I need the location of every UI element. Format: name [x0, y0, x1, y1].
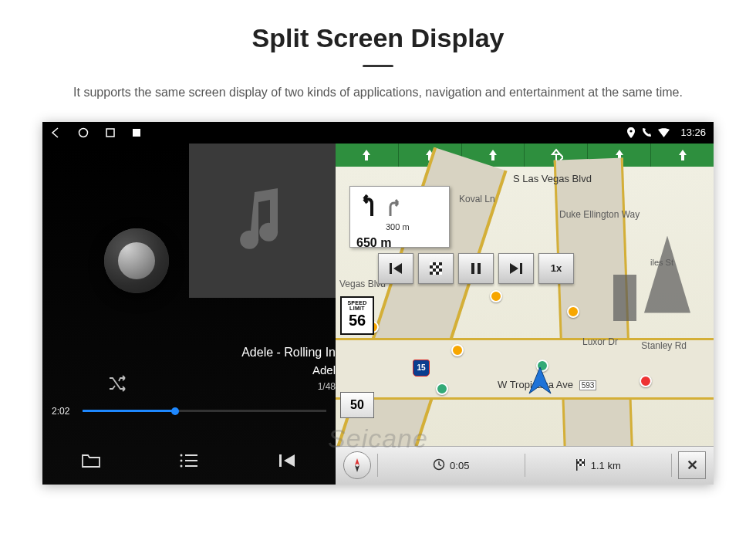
street-label: Duke Ellington Way [559, 209, 640, 220]
sim-speed-button[interactable]: 1x [538, 253, 574, 284]
street-label: S Las Vegas Blvd [513, 173, 592, 184]
svg-rect-27 [582, 459, 584, 461]
building-3d [613, 275, 636, 321]
title-underline [363, 65, 393, 67]
svg-rect-2 [133, 129, 140, 137]
navigation-pane: S Las Vegas Blvd Koval Ln Duke Ellington… [336, 144, 714, 485]
svg-point-6 [181, 459, 183, 461]
speed-limit-value: 56 [342, 312, 373, 328]
svg-rect-19 [433, 272, 436, 275]
building-3d [644, 236, 690, 313]
eta-value: 0:05 [450, 460, 469, 471]
remaining-distance-display: 1.1 km [532, 458, 666, 473]
page-subtitle: It supports the same screen display of t… [23, 83, 733, 103]
svg-rect-15 [433, 265, 436, 268]
sim-pause-button[interactable] [458, 253, 494, 284]
phone-icon [642, 127, 652, 137]
lane-arrow [651, 144, 714, 167]
track-title: Adele - Rolling In [241, 346, 336, 360]
svg-point-4 [181, 454, 183, 456]
svg-rect-23 [520, 263, 522, 274]
remaining-distance-value: 1.1 km [591, 460, 621, 471]
turn-instruction-panel: 300 m 650 m [349, 186, 450, 248]
sim-prev-button[interactable] [378, 253, 413, 284]
svg-rect-20 [439, 272, 442, 275]
clock-icon [433, 458, 445, 473]
secondary-distance: 300 m [386, 222, 443, 231]
sim-controls: 1x [378, 253, 574, 284]
svg-rect-18 [436, 268, 439, 272]
svg-point-0 [79, 128, 88, 137]
elapsed-time: 2:02 [52, 406, 75, 417]
sim-next-button[interactable] [498, 253, 534, 284]
svg-rect-9 [185, 465, 197, 467]
svg-rect-21 [471, 263, 474, 274]
recent-apps-icon[interactable] [106, 127, 115, 138]
previous-button[interactable] [238, 437, 336, 485]
album-art-placeholder [189, 144, 336, 298]
street-label: Luxor Dr [582, 336, 618, 347]
lane-arrow [336, 144, 399, 167]
music-player-pane: Adele - Rolling In Adel 1/48 2:02 [42, 144, 336, 485]
distance-marker: 50 [340, 392, 374, 418]
compass-button[interactable] [343, 451, 371, 479]
nav-bottom-bar: 0:05 1.1 km ✕ [336, 446, 714, 485]
svg-point-3 [630, 130, 633, 132]
street-label: E Reno Ave [712, 286, 714, 331]
street-label: Koval Ln [459, 194, 495, 204]
speed-limit-label: SPEED LIMIT [342, 300, 373, 311]
svg-rect-31 [576, 459, 578, 471]
track-artist: Adel [312, 363, 336, 377]
svg-point-8 [181, 464, 183, 467]
svg-rect-22 [478, 263, 481, 274]
music-note-icon [235, 184, 289, 257]
svg-rect-16 [439, 265, 442, 268]
location-icon [626, 127, 636, 138]
map-canvas[interactable]: S Las Vegas Blvd Koval Ln Duke Ellington… [336, 167, 714, 446]
road [554, 157, 635, 484]
lane-guidance-bar [336, 144, 714, 167]
track-index: 1/48 [318, 381, 336, 392]
svg-rect-13 [430, 262, 433, 265]
svg-rect-30 [582, 464, 584, 466]
back-icon[interactable] [50, 127, 61, 138]
eta-display: 0:05 [384, 458, 518, 473]
svg-rect-14 [436, 262, 439, 265]
seek-bar[interactable] [83, 410, 326, 412]
device-screenshot: 13:26 Adele - Rolling In Adel 1/48 [42, 122, 714, 485]
clock-text: 13:26 [680, 127, 706, 138]
turn-left-icon [356, 191, 380, 221]
wifi-icon [658, 128, 670, 137]
turn-right-icon [386, 198, 403, 221]
shuffle-icon[interactable] [108, 375, 128, 395]
poi-marker[interactable] [451, 344, 464, 356]
home-icon[interactable] [78, 127, 89, 138]
music-bottom-bar [42, 437, 336, 485]
svg-rect-7 [185, 460, 197, 461]
svg-rect-28 [579, 461, 582, 464]
svg-rect-1 [106, 129, 114, 137]
poi-marker[interactable] [567, 306, 579, 318]
folder-button[interactable] [42, 437, 140, 485]
close-nav-button[interactable]: ✕ [678, 451, 706, 479]
svg-rect-11 [390, 263, 392, 274]
street-label: Stanley Rd [641, 340, 687, 351]
poi-marker[interactable] [436, 383, 448, 395]
playlist-button[interactable] [140, 437, 238, 485]
svg-rect-17 [430, 268, 433, 272]
picture-icon[interactable] [132, 127, 141, 138]
page-title: Split Screen Display [23, 23, 733, 53]
current-location-arrow [525, 366, 555, 400]
android-status-bar: 13:26 [42, 122, 714, 144]
playback-disc[interactable] [104, 228, 169, 293]
sim-flag-button[interactable] [418, 253, 454, 284]
poi-marker[interactable] [490, 290, 502, 302]
interstate-shield: 15 [413, 360, 430, 377]
poi-marker[interactable] [640, 375, 652, 387]
flag-icon [575, 458, 586, 473]
svg-rect-5 [185, 454, 197, 456]
street-number: 593 [579, 380, 597, 390]
speed-limit-sign: SPEED LIMIT 56 [340, 296, 374, 335]
svg-rect-10 [279, 454, 282, 467]
primary-distance: 650 m [356, 236, 443, 250]
